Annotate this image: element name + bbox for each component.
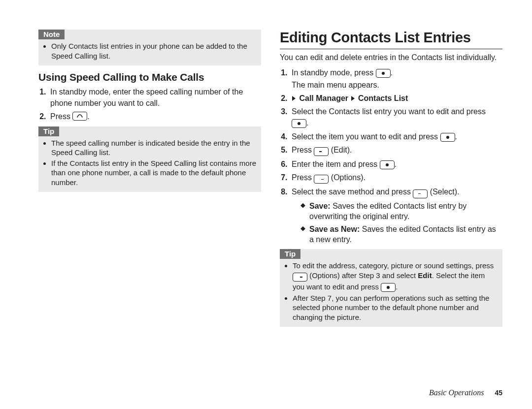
center-key-icon: [440, 133, 455, 142]
right-intro: You can edit and delete entries in the C…: [280, 52, 502, 63]
right-step-6: Enter the item and press .: [290, 158, 502, 170]
triangle-icon: [292, 96, 296, 101]
right-step-5: Press (Edit).: [290, 144, 502, 157]
tip1-edit: Edit: [418, 271, 432, 280]
save-option: Save: Saves the edited Contacts list ent…: [300, 201, 502, 222]
section-name: Basic Operations: [429, 388, 484, 397]
right-step-1: In standby mode, press . The main menu a…: [290, 67, 502, 91]
right-step-4: Select the item you want to edit and pre…: [290, 131, 502, 142]
left-step-2: Press .: [48, 111, 261, 122]
left-step-1: In standby mode, enter the speed calling…: [48, 86, 261, 109]
right-step-8b: (Select).: [430, 188, 460, 196]
right-tip-callout: Tip To edit the address, category, pictu…: [280, 249, 502, 327]
triangle-icon: [351, 96, 355, 101]
note-callout: Note Only Contacts list entries in your …: [38, 30, 261, 65]
right-heading: Editing Contacts List Entries: [280, 30, 502, 46]
right-step-7b: (Options).: [331, 173, 366, 182]
savenew-label: Save as New:: [309, 225, 360, 233]
right-step-7a: Press: [292, 173, 314, 182]
left-tip-label: Tip: [38, 126, 59, 136]
right-tip-item-1: To edit the address, category, picture o…: [293, 261, 499, 292]
left-softkey-icon: [314, 147, 329, 156]
page-footer: Basic Operations 45: [429, 388, 502, 397]
save-label: Save:: [309, 202, 331, 210]
save-as-new-option: Save as New: Saves the edited Contacts l…: [300, 224, 502, 245]
nav-contacts-list: Contacts List: [358, 94, 408, 102]
right-step-5a: Press: [292, 146, 314, 154]
right-step-5b: (Edit).: [331, 146, 352, 154]
right-tip-label: Tip: [280, 249, 300, 259]
center-key-icon: [292, 119, 306, 128]
right-softkey-icon: [293, 273, 307, 282]
left-tip-item-1: The speed calling number is indicated be…: [51, 138, 257, 157]
note-item: Only Contacts list entries in your phone…: [51, 41, 257, 61]
left-softkey-icon: [413, 189, 428, 198]
right-step-7: Press (Options).: [290, 172, 502, 184]
center-key-icon: [381, 283, 396, 292]
right-tip-item-2: After Step 7, you can perform operations…: [293, 293, 499, 322]
right-step-3-text: Select the Contacts list entry you want …: [292, 107, 486, 116]
heading-rule: [280, 49, 502, 49]
right-step-2: Call Manager Contacts List: [290, 93, 502, 104]
right-column: Editing Contacts List Entries You can ed…: [280, 30, 502, 389]
right-step-6-text: Enter the item and press: [292, 160, 380, 168]
note-body: Only Contacts list entries in your phone…: [38, 39, 261, 65]
note-label: Note: [38, 30, 65, 39]
right-steps: In standby mode, press . The main menu a…: [280, 67, 502, 245]
right-step-1-text: In standby mode, press: [292, 68, 376, 77]
right-tip-body: To edit the address, category, picture o…: [280, 259, 502, 327]
right-step-3: Select the Contacts list entry you want …: [290, 106, 502, 128]
left-tip-item-2: If the Contacts list entry in the Speed …: [51, 158, 257, 188]
left-step-2-text: Press: [50, 112, 72, 121]
left-tip-body: The speed calling number is indicated be…: [38, 136, 261, 192]
right-step-1b: The main menu appears.: [292, 79, 502, 91]
right-step-8: Select the save method and press (Select…: [290, 186, 502, 245]
save-text: Saves the edited Contacts list entry by …: [309, 202, 466, 221]
tip1a: To edit the address, category, picture o…: [293, 261, 494, 270]
right-softkey-icon: [314, 175, 329, 184]
left-subhead: Using Speed Calling to Make Calls: [38, 71, 261, 83]
page-number: 45: [495, 389, 502, 397]
center-key-icon: [376, 69, 391, 78]
manual-page: Note Only Contacts list entries in your …: [0, 0, 532, 409]
right-step-4-text: Select the item you want to edit and pre…: [292, 132, 440, 141]
left-column: Note Only Contacts list entries in your …: [38, 30, 261, 389]
call-key-icon: [72, 112, 87, 121]
left-tip-callout: Tip The speed calling number is indicate…: [38, 126, 261, 192]
center-key-icon: [380, 160, 395, 169]
left-steps: In standby mode, enter the speed calling…: [38, 86, 261, 123]
tip1b: (Options) after Step 3 and select: [309, 271, 418, 280]
save-options-list: Save: Saves the edited Contacts list ent…: [300, 201, 502, 245]
nav-call-manager: Call Manager: [299, 94, 348, 102]
right-step-8a: Select the save method and press: [292, 188, 413, 196]
